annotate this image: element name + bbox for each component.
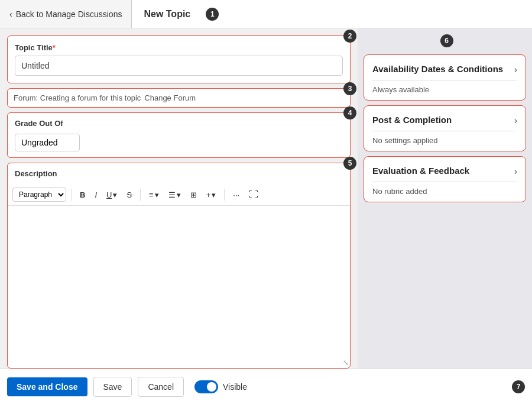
insert-button[interactable]: +▾ [203,189,220,201]
resize-handle[interactable]: ⤡ [343,358,349,367]
expand-button[interactable]: ⛶ [245,188,262,202]
evaluation-divider [372,182,517,182]
align-button[interactable]: ≡▾ [145,189,163,201]
editor-toolbar: Paragraph B I U ▾ S ≡▾ ☰▾ [8,184,350,206]
post-completion-status: No settings applied [372,136,517,145]
availability-card: Availability Dates & Conditions › Always… [364,54,526,101]
paragraph-select[interactable]: Paragraph [12,188,66,202]
grade-input[interactable] [15,134,80,151]
step-badge-2: 2 [343,30,356,43]
post-completion-divider [372,131,517,131]
description-section: 5 Description Paragraph B I U ▾ S [7,163,351,369]
visible-toggle[interactable] [194,380,218,393]
evaluation-arrow[interactable]: › [514,166,517,177]
main-content: 2 Topic Title* 3 Forum: Creating a forum… [0,28,532,369]
availability-status: Always available [372,85,517,94]
topic-title-input[interactable] [15,56,343,76]
editor-body[interactable] [8,206,350,324]
table-button[interactable]: ⊞ [187,189,200,201]
topic-title-label: Topic Title* [15,43,343,52]
step-badge-1: 1 [206,8,219,21]
topic-title-section: 2 Topic Title* [7,35,351,83]
list-button[interactable]: ☰▾ [165,189,184,201]
step-badge-4: 4 [343,106,356,119]
visible-toggle-container: Visible [194,380,247,393]
post-completion-title: Post & Completion [372,114,510,126]
save-button[interactable]: Save [93,377,132,397]
header: ‹ Back to Manage Discussions New Topic 1 [0,0,532,28]
page-title: New Topic [132,9,202,20]
evaluation-card: Evaluation & Feedback › No rubric added [364,156,526,202]
left-panel: 2 Topic Title* 3 Forum: Creating a forum… [0,28,358,369]
forum-text: Forum: Creating a forum for this topic [14,93,141,102]
visible-label: Visible [223,382,247,392]
availability-title: Availability Dates & Conditions [372,63,510,75]
more-options-button[interactable]: ··· [229,189,243,201]
bold-button[interactable]: B [76,189,89,201]
toolbar-divider-3 [224,189,225,201]
cancel-button[interactable]: Cancel [138,377,184,397]
step-badge-7: 7 [512,380,525,393]
toggle-slider [194,380,218,393]
availability-divider [372,80,517,80]
step-badge-6: 6 [440,34,453,47]
save-close-button[interactable]: Save and Close [7,377,87,396]
grade-section: 4 Grade Out Of [7,112,351,158]
toolbar-divider-2 [140,189,141,201]
evaluation-status: No rubric added [372,187,517,196]
forum-section: 3 Forum: Creating a forum for this topic… [7,88,351,108]
chevron-left-icon: ‹ [9,9,12,19]
change-forum-link[interactable]: Change Forum [144,93,196,102]
italic-button[interactable]: I [91,189,100,201]
back-button-label: Back to Manage Discussions [16,9,122,19]
footer: Save and Close Save Cancel Visible 7 [0,369,532,404]
step-badge-5: 5 [343,157,356,170]
underline-button[interactable]: U ▾ [103,189,121,201]
strikethrough-button[interactable]: S [123,189,135,201]
description-label: Description [15,169,343,178]
post-completion-arrow[interactable]: › [514,115,517,126]
back-button[interactable]: ‹ Back to Manage Discussions [0,0,132,28]
availability-arrow[interactable]: › [514,64,517,75]
grade-label: Grade Out Of [15,119,343,128]
post-completion-card: Post & Completion › No settings applied [364,105,526,151]
right-panel: 6 Availability Dates & Conditions › Alwa… [358,28,532,369]
step-badge-3: 3 [343,82,356,95]
toolbar-divider-1 [71,189,72,201]
evaluation-title: Evaluation & Feedback [372,165,510,177]
